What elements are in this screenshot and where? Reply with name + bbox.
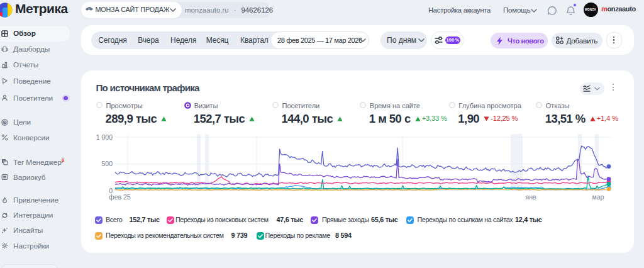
- svg-text:1 000: 1 000: [96, 133, 113, 141]
- svg-text:фев 25: фев 25: [109, 193, 131, 201]
- svg-text:мар: мар: [592, 193, 604, 201]
- svg-text:янв: янв: [525, 193, 536, 201]
- svg-text:500: 500: [101, 160, 113, 167]
